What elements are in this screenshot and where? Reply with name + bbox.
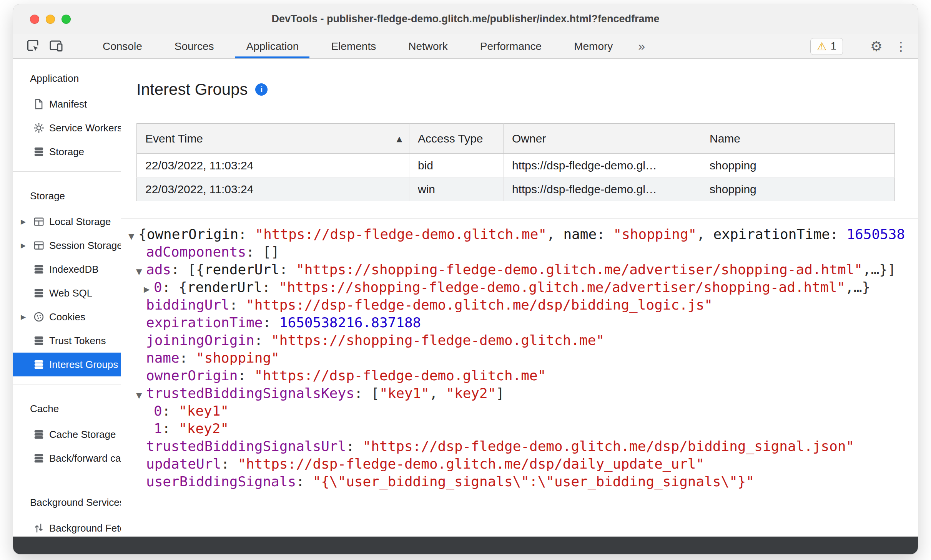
manifest-icon — [33, 98, 45, 110]
column-header-owner[interactable]: Owner — [504, 124, 701, 154]
sidebar-item-label: Web SQL — [49, 287, 92, 299]
column-header-name[interactable]: Name — [701, 124, 895, 154]
tree-expand-arrow-icon[interactable]: ▶ — [144, 280, 154, 296]
tree-token: name — [563, 226, 597, 242]
sidebar-item-cache-storage[interactable]: Cache Storage — [13, 422, 121, 446]
sidebar-item-interest-groups[interactable]: Interest Groups — [13, 353, 121, 376]
background-page-bottom-bar — [13, 537, 918, 554]
settings-gear-button[interactable]: ⚙ — [864, 38, 889, 54]
tree-line[interactable]: joiningOrigin: "https://shopping-fledge-… — [121, 331, 913, 349]
tree-token: : — [296, 474, 313, 489]
tree-token: "https://shopping-fledge-demo.glitch.me" — [271, 332, 604, 348]
sidebar-item-manifest[interactable]: Manifest — [13, 92, 121, 116]
table-row[interactable]: 22/03/2022, 11:03:24bidhttps://dsp-fledg… — [137, 154, 895, 177]
devtools-toolbar: ConsoleSourcesApplicationElementsNetwork… — [13, 34, 918, 59]
expand-arrow-icon[interactable]: ▶ — [21, 242, 33, 249]
expand-arrow-icon[interactable]: ▶ — [21, 218, 33, 225]
sidebar-item-label: Storage — [49, 146, 84, 158]
tree-line[interactable]: ownerOrigin: "https://dsp-fledge-demo.gl… — [121, 367, 913, 384]
tree-line[interactable]: ▼{ownerOrigin: "https://dsp-fledge-demo.… — [121, 225, 913, 243]
tree-line[interactable]: 0: "key1" — [121, 402, 913, 420]
sidebar-item-back-forward-cache[interactable]: Back/forward cache — [13, 446, 121, 470]
database-icon — [33, 287, 45, 299]
tree-line[interactable]: trustedBiddingSignalsUrl: "https://dsp-f… — [121, 437, 913, 455]
tree-line[interactable]: updateUrl: "https://dsp-fledge-demo.glit… — [121, 455, 913, 473]
tree-token: joiningOrigin — [146, 332, 254, 348]
tree-token: , — [429, 385, 446, 401]
sidebar-section-title-application: Application — [13, 62, 121, 92]
tree-token: : — [597, 226, 613, 242]
tree-token: : — [238, 368, 254, 383]
tab-application[interactable]: Application — [230, 34, 315, 58]
column-header-event-time[interactable]: Event Time▲ — [137, 124, 409, 154]
sidebar-item-session-storage[interactable]: ▶Session Storage — [13, 234, 121, 257]
more-tabs-button[interactable]: » — [629, 39, 654, 53]
cookie-icon — [33, 311, 45, 323]
tab-label: Elements — [331, 40, 376, 53]
sidebar-divider — [13, 478, 121, 478]
tree-collapse-arrow-icon[interactable]: ▼ — [136, 263, 146, 278]
tree-collapse-arrow-icon[interactable]: ▼ — [136, 386, 146, 402]
tree-line[interactable]: ▼ads: [{renderUrl: "https://shopping-fle… — [121, 261, 913, 278]
tree-line[interactable]: biddingUrl: "https://dsp-fledge-demo.gli… — [121, 296, 913, 314]
tab-memory[interactable]: Memory — [558, 34, 629, 58]
tree-line[interactable]: expirationTime: 1650538216.837188 — [121, 314, 913, 331]
minimize-window-button[interactable] — [46, 15, 55, 24]
sidebar-divider — [13, 384, 121, 384]
tree-line[interactable]: adComponents: [] — [121, 243, 913, 261]
tree-token: "https://dsp-fledge-demo.glitch.me/dsp/b… — [363, 438, 855, 454]
sidebar-item-trust-tokens[interactable]: Trust Tokens — [13, 329, 121, 353]
database-icon — [33, 429, 45, 440]
tree-token: : — [279, 262, 296, 277]
tab-elements[interactable]: Elements — [315, 34, 392, 58]
tab-sources[interactable]: Sources — [158, 34, 230, 58]
panel-heading-row: Interest Groups i — [121, 59, 918, 99]
expand-arrow-icon[interactable]: ▶ — [21, 313, 33, 321]
tree-line[interactable]: 1: "key2" — [121, 420, 913, 437]
sidebar-item-indexeddb[interactable]: IndexedDB — [13, 257, 121, 281]
tree-token: ownerOrigin — [146, 368, 238, 383]
tree-line[interactable]: ▶0: {renderUrl: "https://shopping-fledge… — [121, 278, 913, 296]
gear-icon — [33, 122, 45, 134]
kebab-menu-button[interactable]: ⋮ — [889, 39, 918, 54]
sidebar-item-label: Cookies — [49, 311, 85, 323]
fetch-arrows-icon — [33, 522, 45, 534]
sidebar-item-storage[interactable]: Storage — [13, 140, 121, 164]
sidebar-item-local-storage[interactable]: ▶Local Storage — [13, 210, 121, 234]
tree-token: "key2" — [446, 385, 496, 401]
tree-collapse-arrow-icon[interactable]: ▼ — [128, 227, 138, 243]
close-window-button[interactable] — [30, 15, 39, 24]
table-cell: bid — [409, 154, 504, 177]
sidebar-divider — [13, 171, 121, 172]
toolbar-divider — [857, 39, 857, 54]
tab-console[interactable]: Console — [86, 34, 158, 58]
tree-token: "shopping" — [613, 226, 697, 242]
tree-line[interactable]: ▼trustedBiddingSignalsKeys: ["key1", "ke… — [121, 384, 913, 402]
info-icon[interactable]: i — [255, 83, 268, 96]
database-icon — [33, 146, 45, 157]
zoom-window-button[interactable] — [62, 15, 71, 24]
inspect-element-button[interactable] — [24, 37, 42, 56]
database-icon — [33, 335, 45, 346]
issues-warning-badge[interactable]: ⚠ 1 — [810, 38, 843, 55]
tab-performance[interactable]: Performance — [464, 34, 558, 58]
column-header-label: Event Time — [145, 132, 203, 145]
tree-token: ] — [496, 385, 504, 401]
tab-label: Application — [246, 40, 299, 53]
warning-icon: ⚠ — [817, 40, 827, 53]
table-row[interactable]: 22/03/2022, 11:03:24winhttps://dsp-fledg… — [137, 177, 895, 201]
device-toolbar-button[interactable] — [47, 37, 65, 56]
sidebar-item-cookies[interactable]: ▶Cookies — [13, 305, 121, 329]
tree-token: ,…}] — [863, 262, 896, 277]
column-header-label: Name — [710, 132, 740, 145]
sidebar-item-web-sql[interactable]: Web SQL — [13, 281, 121, 305]
tab-label: Network — [408, 40, 448, 53]
column-header-access-type[interactable]: Access Type — [409, 124, 504, 154]
tree-token: expirationTime — [146, 315, 263, 330]
tree-line[interactable]: name: "shopping" — [121, 349, 913, 367]
tree-token: 1 — [154, 421, 162, 436]
sidebar-item-service-workers[interactable]: Service Workers — [13, 116, 121, 140]
tab-network[interactable]: Network — [392, 34, 464, 58]
tab-label: Memory — [574, 40, 613, 53]
tree-line[interactable]: userBiddingSignals: "{\"user_bidding_sig… — [121, 473, 913, 490]
